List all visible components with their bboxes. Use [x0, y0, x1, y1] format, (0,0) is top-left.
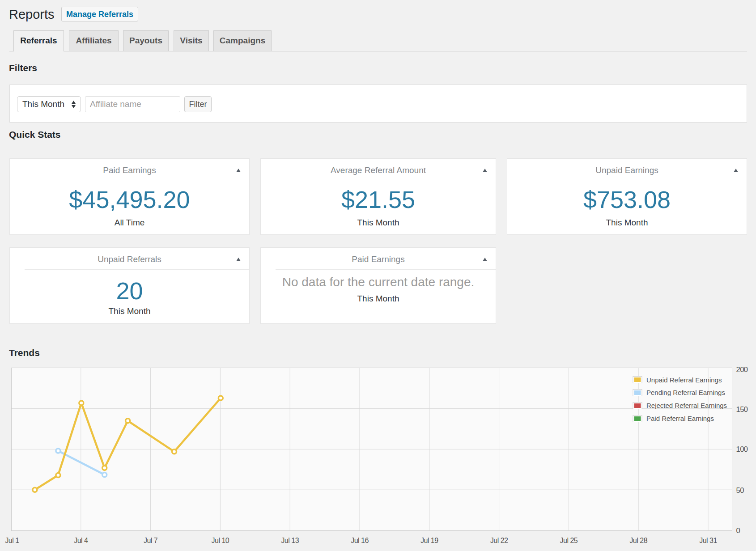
svg-text:Jul 22: Jul 22: [490, 537, 508, 544]
svg-text:150: 150: [736, 405, 748, 413]
svg-text:50: 50: [736, 486, 744, 494]
svg-text:Rejected Referral Earnings: Rejected Referral Earnings: [646, 402, 727, 409]
svg-text:Jul 7: Jul 7: [144, 537, 158, 544]
svg-text:Jul 13: Jul 13: [281, 537, 299, 544]
svg-text:100: 100: [736, 445, 748, 453]
svg-text:Unpaid Referral Earnings: Unpaid Referral Earnings: [646, 376, 722, 384]
svg-text:Jul 25: Jul 25: [560, 537, 578, 544]
svg-text:Pending Referral Earnings: Pending Referral Earnings: [646, 389, 725, 396]
svg-text:Paid Referral Earnings: Paid Referral Earnings: [646, 415, 714, 422]
svg-text:200: 200: [736, 365, 748, 373]
svg-text:Jul 1: Jul 1: [5, 537, 19, 544]
svg-text:Jul 4: Jul 4: [74, 537, 88, 544]
svg-text:Jul 10: Jul 10: [212, 537, 229, 544]
svg-text:Jul 31: Jul 31: [699, 537, 717, 544]
svg-text:Jul 28: Jul 28: [629, 537, 647, 544]
svg-text:Jul 16: Jul 16: [351, 537, 369, 544]
svg-text:Jul 19: Jul 19: [420, 537, 438, 544]
svg-text:0: 0: [736, 526, 740, 534]
